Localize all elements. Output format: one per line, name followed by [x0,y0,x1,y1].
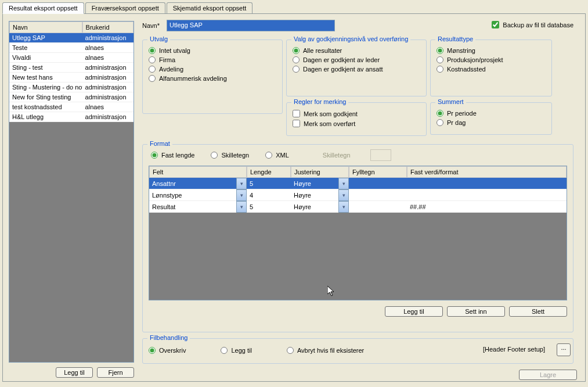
radio-valg-2[interactable] [293,66,300,73]
format-insert-button[interactable]: Sett inn [447,306,505,317]
config-list[interactable]: Navn Brukerid Utlegg SAPadministrasjonTe… [9,21,134,363]
radio-skilletegn[interactable] [211,152,218,159]
cell-fast[interactable] [407,178,567,189]
skilletegn-input [370,149,391,161]
radio-summert-1[interactable] [437,119,443,126]
cell-felt[interactable]: Lønnstype [149,189,247,201]
cell-fylltegn[interactable] [349,189,407,201]
chevron-down-icon[interactable] [338,189,349,201]
radio-valg-0[interactable] [293,47,300,54]
radio-valg-1[interactable] [293,56,300,63]
list-item[interactable]: test kostnadsstedalnaes [9,102,134,112]
legend-filbehandling: Filbehandling [147,334,190,341]
cell-justering[interactable]: Høyre [291,189,349,201]
radio-label: Pr dag [447,119,466,126]
cell-fast[interactable]: ##.## [407,201,567,213]
skilletegn-label: Skilletegn [323,152,351,159]
list-item[interactable]: Vivaldialnaes [9,53,134,63]
left-panel: Navn Brukerid Utlegg SAPadministrasjonTe… [3,14,138,381]
chevron-down-icon[interactable] [236,201,247,213]
format-table[interactable]: Felt Lengde Justering Fylltegn Fast verd… [149,166,567,300]
col-fylltegn[interactable]: Fylltegn [349,166,407,178]
list-item[interactable]: New test hansadministrasjon [9,73,134,83]
col-brukerid[interactable]: Brukerid [82,21,134,33]
group-regler: Regler for merking Merk som godkjentMerk… [286,102,427,136]
tab-bar: Resultat eksport oppsett Fraværseksport … [0,0,588,13]
cell-justering[interactable]: Høyre [291,201,349,213]
cell-justering[interactable]: Høyre [291,178,349,189]
radio-filb-0[interactable] [149,347,156,354]
radio-restype-2[interactable] [437,66,443,73]
format-table-header: Felt Lengde Justering Fylltegn Fast verd… [149,166,567,178]
group-filbehandling: Filbehandling OverskrivLegg tilAvbryt hv… [142,338,573,364]
radio-utvalg-3[interactable] [149,75,156,82]
col-justering[interactable]: Justering [291,166,349,178]
radio-restype-1[interactable] [437,56,443,63]
cell-lengde[interactable]: 5 [247,178,291,189]
group-summert: Summert Pr periodePr dag [430,102,552,135]
right-panel: Navn* Utlegg SAP Backup av fil til datab… [138,14,585,381]
radio-label: Mønstring [447,47,475,54]
radio-label: Avdeling [159,66,183,73]
table-row[interactable]: Resultat5Høyre##.## [149,201,567,213]
left-remove-button[interactable]: Fjern [97,367,134,378]
cell-fylltegn[interactable] [349,201,407,213]
cell-fylltegn[interactable] [349,178,407,189]
check-regler-1[interactable] [293,120,300,127]
check-regler-0[interactable] [293,110,300,117]
group-resultattype: Resultattype MønstringProduksjon/prosjek… [430,40,552,96]
header-footer-label: [Header Footer setup] [483,346,545,353]
chevron-down-icon[interactable] [338,201,349,213]
save-button[interactable]: Lagre [519,370,577,380]
radio-utvalg-1[interactable] [149,56,156,63]
backup-checkbox[interactable] [492,21,499,28]
table-row[interactable]: Ansattnr5Høyre [149,178,567,189]
radio-label: Legg til [231,347,251,354]
chevron-down-icon[interactable] [338,178,349,189]
radio-summert-0[interactable] [437,110,443,117]
radio-utvalg-0[interactable] [149,47,156,54]
radio-utvalg-2[interactable] [149,66,156,73]
radio-restype-0[interactable] [437,47,443,54]
left-add-button[interactable]: Legg til [56,367,93,378]
radio-label: Kostnadssted [447,66,486,73]
format-delete-button[interactable]: Slett [509,306,567,317]
radio-fast-lengde[interactable] [151,152,158,159]
format-add-button[interactable]: Legg til [385,306,443,317]
cell-fast[interactable] [407,189,567,201]
cell-lengde[interactable]: 4 [247,189,291,201]
list-item[interactable]: Utlegg SAPadministrasjon [9,33,134,43]
radio-filb-2[interactable] [287,347,294,354]
radio-label: Alle resultater [303,47,342,54]
check-label: Merk som overført [304,120,355,127]
list-item[interactable]: New for Sting testingadministrasjon [9,92,134,102]
chevron-down-icon[interactable] [236,189,247,201]
header-footer-button[interactable]: ... [557,343,571,356]
table-row[interactable]: Lønnstype4Høyre [149,189,567,201]
cell-felt[interactable]: Ansattnr [149,178,247,189]
tab-resultat[interactable]: Resultat eksport oppsett [2,2,84,14]
radio-label: Overskriv [159,347,186,354]
list-item[interactable]: Sting - testadministrasjon [9,63,134,73]
legend-format: Format [147,140,172,147]
cell-felt[interactable]: Resultat [149,201,247,213]
cell-lengde[interactable]: 5 [247,201,291,213]
chevron-down-icon[interactable] [236,178,247,189]
col-lengde[interactable]: Lengde [247,166,291,178]
list-item[interactable]: Testealnaes [9,43,134,53]
navn-input[interactable]: Utlegg SAP [167,20,335,31]
check-label: Merk som godkjent [304,110,358,117]
list-item[interactable]: Sting - Mustering - do not cadministrasj… [9,83,134,92]
radio-xml[interactable] [265,152,272,159]
list-item[interactable]: H&L utleggadministrasjon [9,112,134,122]
tab-fravaer[interactable]: Fraværseksport oppsett [85,2,165,13]
backup-label: Backup av fil til database [503,21,573,28]
legend-summert: Summert [435,98,466,105]
radio-label: Alfanummerisk avdeling [159,75,227,82]
tab-skjematid[interactable]: Skjematid eksport oppsett [167,2,253,13]
col-navn[interactable]: Navn [9,21,82,33]
col-felt[interactable]: Felt [149,166,247,178]
group-utvalg: Utvalg Intet utvalgFirmaAvdelingAlfanumm… [142,40,283,114]
col-fastverdi[interactable]: Fast verdi/format [407,166,567,178]
radio-filb-1[interactable] [221,347,228,354]
